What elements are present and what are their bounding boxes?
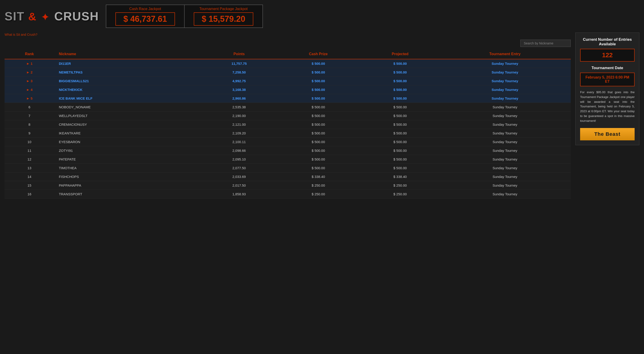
cell-nickname: TRANSSPORT [54,190,203,198]
cell-points: 2,095.10 [203,155,276,164]
cell-cash-prize: $ 500.00 [276,120,361,129]
col-points: Points [203,49,276,59]
col-projected: Projected [361,49,439,59]
cell-projected: $ 500.00 [361,112,439,120]
table-row[interactable]: 6NOBODY_NONAME2,535.38$ 500.00$ 500.00Su… [4,103,571,112]
cell-projected: $ 500.00 [361,155,439,164]
table-row[interactable]: 16TRANSSPORT1,858.93$ 250.00$ 250.00Sund… [4,190,571,198]
cell-tournament-entry: Sunday Tourney [439,103,571,112]
cell-cash-prize: $ 338.40 [276,172,361,181]
cell-tournament-entry: Sunday Tourney [439,77,571,86]
cell-projected: $ 500.00 [361,164,439,172]
logo-amp: & [28,10,37,23]
cell-tournament-entry: Sunday Tourney [439,146,571,155]
cell-rank: ►3 [4,77,54,86]
cell-nickname: ICE BANK MICE ELF [54,94,203,103]
tournament-date-title: Tournament Date [580,66,634,70]
cash-race-jackpot-box: Cash Race Jackpot $ 46,737.61 [106,4,184,28]
cell-points: 2,121.00 [203,120,276,129]
cell-nickname: DI11ER [54,59,203,68]
table-row[interactable]: 15PAPPAHAPPA2,017.50$ 250.00$ 250.00Sund… [4,181,571,190]
table-row[interactable]: 14FISHCHOPS2,033.69$ 338.40$ 338.40Sunda… [4,172,571,181]
cell-cash-prize: $ 500.00 [276,112,361,120]
cell-points: 2,535.38 [203,103,276,112]
entries-title: Current Number of Entries Available [580,37,634,46]
logo-icon: ✦ [41,12,50,22]
cell-nickname: TIMOTHEA [54,164,203,172]
cell-nickname: WELLPLAYEDSLT [54,112,203,120]
cell-tournament-entry: Sunday Tourney [439,120,571,129]
cell-cash-prize: $ 500.00 [276,59,361,68]
cell-points: 2,017.50 [203,181,276,190]
cell-rank: 6 [4,103,54,112]
cell-cash-prize: $ 500.00 [276,164,361,172]
table-body: ►1DI11ER11,757.75$ 500.00$ 500.00Sunday … [4,59,571,198]
cell-projected: $ 500.00 [361,129,439,138]
cell-projected: $ 500.00 [361,86,439,94]
cell-projected: $ 500.00 [361,59,439,68]
cell-cash-prize: $ 250.00 [276,181,361,190]
search-input[interactable] [520,40,571,47]
table-row[interactable]: ►2NEMETILTPAS7,258.50$ 500.00$ 500.00Sun… [4,68,571,77]
table-row[interactable]: ►4NICKTHEKICK3,168.38$ 500.00$ 500.00Sun… [4,86,571,94]
cell-projected: $ 500.00 [361,103,439,112]
cell-tournament-entry: Sunday Tourney [439,138,571,146]
cell-rank: 12 [4,155,54,164]
cell-points: 2,033.69 [203,172,276,181]
table-row[interactable]: 13TIMOTHEA2,077.50$ 500.00$ 500.00Sunday… [4,164,571,172]
tournament-date: February 5, 2023 6:00 PM ET [580,72,634,86]
col-tournament-entry: Tournament Entry [439,49,571,59]
cell-rank: ►4 [4,86,54,94]
cell-cash-prize: $ 500.00 [276,68,361,77]
cell-nickname: ZOTYI91 [54,146,203,155]
cell-tournament-entry: Sunday Tourney [439,164,571,172]
logo-sit: SIT [4,10,24,23]
cell-cash-prize: $ 500.00 [276,86,361,94]
cell-rank: ►1 [4,59,54,68]
cell-tournament-entry: Sunday Tourney [439,59,571,68]
cell-nickname: NICKTHEKICK [54,86,203,94]
table-row[interactable]: 10EYESBARON2,100.11$ 500.00$ 500.00Sunda… [4,138,571,146]
cell-points: 7,258.50 [203,68,276,77]
entries-count: 122 [580,49,634,62]
cell-tournament-entry: Sunday Tourney [439,94,571,103]
table-row[interactable]: 9IKEANTKARE2,109.20$ 500.00$ 500.00Sunda… [4,129,571,138]
table-row[interactable]: ►3BIGGIESMALLS214,992.75$ 500.00$ 500.00… [4,77,571,86]
cell-cash-prize: $ 500.00 [276,103,361,112]
beast-button[interactable]: The Beast [580,128,634,140]
cell-tournament-entry: Sunday Tourney [439,86,571,94]
cell-projected: $ 500.00 [361,68,439,77]
table-header: Rank Nickname Points Cash Prize Projecte… [4,49,571,59]
logo-crush: CRUSH [54,10,99,23]
cell-points: 4,992.75 [203,77,276,86]
table-row[interactable]: ►5ICE BANK MICE ELF2,960.86$ 500.00$ 500… [4,94,571,103]
cell-nickname: PATEPATE [54,155,203,164]
cell-cash-prize: $ 500.00 [276,138,361,146]
cell-projected: $ 500.00 [361,120,439,129]
cell-cash-prize: $ 250.00 [276,190,361,198]
main-content: What is Sit and Crush? Rank Nickname Poi… [4,32,640,198]
cell-projected: $ 500.00 [361,146,439,155]
cell-rank: 7 [4,112,54,120]
cell-points: 2,109.20 [203,129,276,138]
table-row[interactable]: 12PATEPATE2,095.10$ 500.00$ 500.00Sunday… [4,155,571,164]
cell-points: 2,190.00 [203,112,276,120]
left-panel: What is Sit and Crush? Rank Nickname Poi… [4,32,571,198]
cell-nickname: IKEANTKARE [54,129,203,138]
table-row[interactable]: 11ZOTYI912,098.66$ 500.00$ 500.00Sunday … [4,146,571,155]
table-row[interactable]: 8CREMACIONUSY2,121.00$ 500.00$ 500.00Sun… [4,120,571,129]
cell-projected: $ 500.00 [361,138,439,146]
cell-tournament-entry: Sunday Tourney [439,172,571,181]
cell-nickname: EYESBARON [54,138,203,146]
table-row[interactable]: ►1DI11ER11,757.75$ 500.00$ 500.00Sunday … [4,59,571,68]
cell-cash-prize: $ 500.00 [276,155,361,164]
what-is-link[interactable]: What is Sit and Crush? [4,33,37,36]
cell-nickname: FISHCHOPS [54,172,203,181]
logo: SIT & ✦ CRUSH [4,4,106,28]
cell-rank: ►5 [4,94,54,103]
cash-race-label: Cash Race Jackpot [116,7,175,11]
table-row[interactable]: 7WELLPLAYEDSLT2,190.00$ 500.00$ 500.00Su… [4,112,571,120]
cell-nickname: BIGGIESMALLS21 [54,77,203,86]
cell-tournament-entry: Sunday Tourney [439,112,571,120]
cell-cash-prize: $ 500.00 [276,94,361,103]
